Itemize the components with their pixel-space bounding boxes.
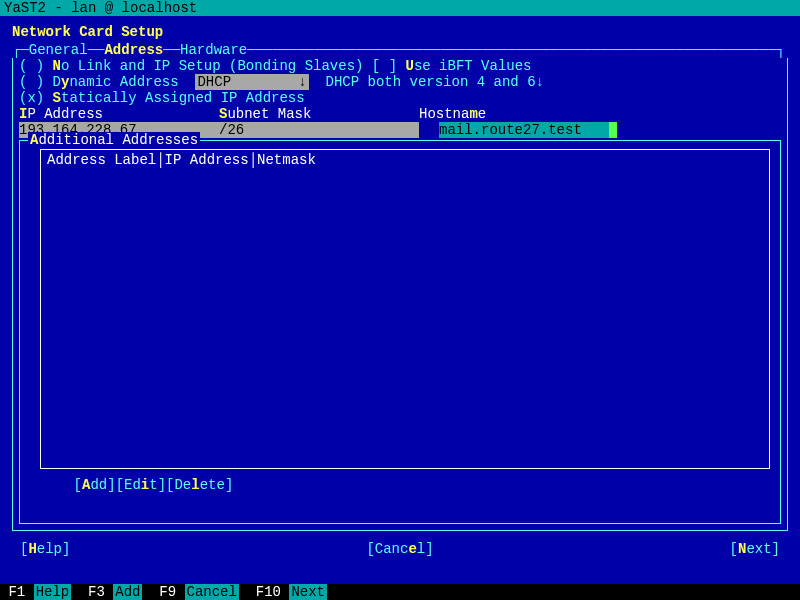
page-title: Network Card Setup bbox=[12, 24, 788, 40]
dhcp-version-dropdown[interactable]: DHCP both version 4 and 6 bbox=[326, 74, 536, 90]
f3-key[interactable]: F3 Add bbox=[88, 584, 142, 600]
table-header: Address Label│IP Address│Netmask bbox=[47, 152, 763, 168]
additional-addresses-title: Additional Addresses bbox=[28, 132, 200, 148]
radio-dynamic-row[interactable]: ( ) Dynamic Address DHCP ↓ DHCP both ver… bbox=[19, 74, 781, 90]
next-button[interactable]: [Next] bbox=[730, 541, 780, 557]
cancel-button[interactable]: [Cancel] bbox=[366, 541, 433, 557]
tab-address[interactable]: Address bbox=[104, 42, 163, 58]
dhcp-mode-dropdown[interactable]: DHCP ↓ bbox=[195, 74, 308, 90]
f9-key[interactable]: F9 Cancel bbox=[159, 584, 239, 600]
hostname-input[interactable] bbox=[439, 122, 609, 138]
content-box: ( ) No Link and IP Setup (Bonding Slaves… bbox=[12, 58, 788, 531]
additional-addresses-table[interactable]: Address Label│IP Address│Netmask bbox=[40, 149, 770, 469]
title-text: YaST2 - lan @ localhost bbox=[4, 0, 197, 16]
fkey-bar: F1 Help F3 Add F9 Cancel F10 Next bbox=[0, 584, 800, 600]
tab-hardware[interactable]: Hardware bbox=[180, 42, 247, 58]
bottom-button-row: [Help] [Cancel] [Next] bbox=[12, 531, 788, 557]
table-buttons: [Add][Edit][Delete] bbox=[40, 477, 770, 493]
edit-button[interactable]: t bbox=[149, 477, 157, 493]
tab-row: ┌─General──Address──Hardware────────────… bbox=[12, 42, 788, 58]
window-titlebar: YaST2 - lan @ localhost bbox=[0, 0, 800, 16]
f1-key[interactable]: F1 Help bbox=[8, 584, 71, 600]
help-button[interactable]: [Help] bbox=[20, 541, 70, 557]
f10-key[interactable]: F10 Next bbox=[256, 584, 327, 600]
subnet-mask-input[interactable] bbox=[219, 122, 419, 138]
radio-static-row[interactable]: (x) Statically Assigned IP Address bbox=[19, 90, 781, 106]
text-cursor bbox=[609, 122, 617, 138]
radio-nolink-row[interactable]: ( ) No Link and IP Setup (Bonding Slaves… bbox=[19, 58, 781, 74]
additional-addresses-box: Additional Addresses Address Label│IP Ad… bbox=[19, 140, 781, 524]
add-button[interactable]: dd bbox=[90, 477, 107, 493]
tab-general[interactable]: General bbox=[29, 42, 88, 58]
delete-button[interactable]: ete bbox=[200, 477, 225, 493]
